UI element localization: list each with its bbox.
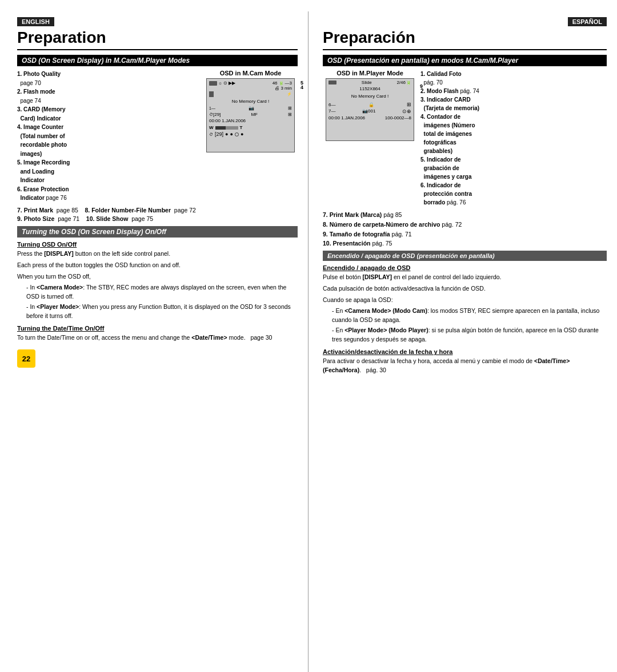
turning-osd-bullet2: In <Player Mode>: When you press any Fun…: [17, 303, 298, 321]
es-list-item-6: 6. Indicador de protección contra borrad…: [420, 181, 479, 207]
turning-date-body-es: Para activar o desactivar la fecha y hor…: [323, 357, 607, 375]
language-tag-english: ENGLISH: [17, 17, 54, 26]
page-title-english: Preparation: [17, 29, 298, 50]
turning-osd-label-es: Encendido / apagado de OSD: [323, 264, 607, 271]
es-list-item-5: 5. Indicador de grabación de imágenes y …: [420, 155, 479, 181]
page-title-espanol: Preparación: [323, 29, 607, 50]
turning-osd-body3-es: Cuando se apaga la OSD:: [323, 296, 607, 305]
list-item-3: 3. CARD (Memory Card) Indicator: [17, 105, 70, 123]
osd-section-header-espanol: OSD (Presentación en pantalla) en modos …: [323, 55, 607, 66]
turning-osd-bullet1-es: En <Camera Mode> (Modo Cam): los modos S…: [323, 307, 607, 325]
list-item-1: 1. Photo Quality page 70: [17, 70, 70, 87]
cam-mode-panel: 1. Photo Quality page 70 2. Flash mode p…: [17, 70, 200, 203]
turning-section-header: Turning the OSD (On Screen Display) On/O…: [17, 226, 298, 238]
extra-es-items: 7. Print Mark (Marca) pág 85 8. Número d…: [323, 210, 607, 248]
left-column: ENGLISH Preparation OSD (On Screen Displ…: [0, 11, 308, 672]
page: ENGLISH Preparation OSD (On Screen Displ…: [0, 0, 617, 672]
extra-numbered-items: 7. Print Mark page 85 8. Folder Number-F…: [17, 206, 298, 224]
osd-panels: 1. Photo Quality page 70 2. Flash mode p…: [17, 70, 298, 203]
turning-date-body: To turn the Date/Time on or off, access …: [17, 333, 298, 343]
player-mode-label: OSD in M.Player Mode: [336, 70, 403, 77]
osd-section-header-english: OSD (On Screen Display) in M.Cam/M.Playe…: [17, 55, 298, 66]
turning-osd-body1: Press the [DISPLAY] button on the left s…: [17, 250, 298, 259]
es-list-item-3: 3. Indicador CARD (Tarjeta de memoria): [420, 95, 479, 112]
language-tag-espanol: ESPAÑOL: [568, 17, 607, 26]
player-diagram-area: OSD in M.Player Mode Slide 2/46🔋 1152X86…: [323, 70, 417, 207]
es-list-item-1: 1. Calidad Foto pág. 70: [420, 70, 479, 87]
turning-osd-body2-es: Cada pulsación de botón activa/desactiva…: [323, 284, 607, 293]
cam-screen: ☼ ⊙ ▶▶ 46🔋—3 🖨3 min: [206, 78, 295, 152]
turning-osd-onoff-label: Turning OSD On/Off: [17, 241, 298, 248]
turning-date-label: Turning the Date/Time On/Off: [17, 325, 298, 332]
numbered-list-left: 1. Photo Quality page 70 2. Flash mode p…: [17, 70, 70, 203]
two-column-layout: ENGLISH Preparation OSD (On Screen Displ…: [0, 11, 617, 672]
player-screen: Slide 2/46🔋 1152X864 No Memory Card ! 6—…: [326, 78, 414, 141]
turning-date-label-es: Activación/desactivación de la fecha y h…: [323, 348, 607, 355]
list-item-5: 5. Image Recording and Loading Indicator: [17, 158, 70, 185]
page-number-badge: 22: [17, 349, 35, 368]
turning-osd-bullet2-es: En <Player Mode> (Modo Player): si se pu…: [323, 326, 607, 344]
list-item-2: 2. Flash mode page 74: [17, 87, 70, 105]
turning-section-header-es: Encendido / apagado de OSD (presentación…: [323, 251, 607, 261]
list-item-4: 4. Image Counter (Total number of record…: [17, 123, 70, 158]
numbered-list-right-es: 1. Calidad Foto pág. 70 2. Modo Flash pá…: [420, 70, 479, 207]
list-item-6: 6. Erase Protection Indicator page 76: [17, 185, 70, 203]
cam-mode-label: OSD in M.Cam Mode: [220, 70, 282, 77]
es-list-item-4: 4. Contador de imágenes (Número total de…: [420, 112, 479, 155]
turning-osd-bullet1: In <Camera Mode>: The STBY, REC modes ar…: [17, 283, 298, 301]
turning-osd-body2: Each press of the button toggles the OSD…: [17, 261, 298, 270]
osd-panels-es: OSD in M.Player Mode Slide 2/46🔋 1152X86…: [323, 70, 607, 207]
es-list-item-2: 2. Modo Flash pág. 74: [420, 87, 479, 95]
right-column: ESPAÑOL Preparación OSD (Presentación en…: [308, 11, 617, 672]
turning-osd-body3: When you turn the OSD off,: [17, 272, 298, 281]
cam-diagram-area: OSD in M.Cam Mode ☼ ⊙ ▶▶ 4: [203, 70, 298, 203]
turning-osd-body1-es: Pulse el botón [DISPLAY] en el panel de …: [323, 273, 607, 282]
